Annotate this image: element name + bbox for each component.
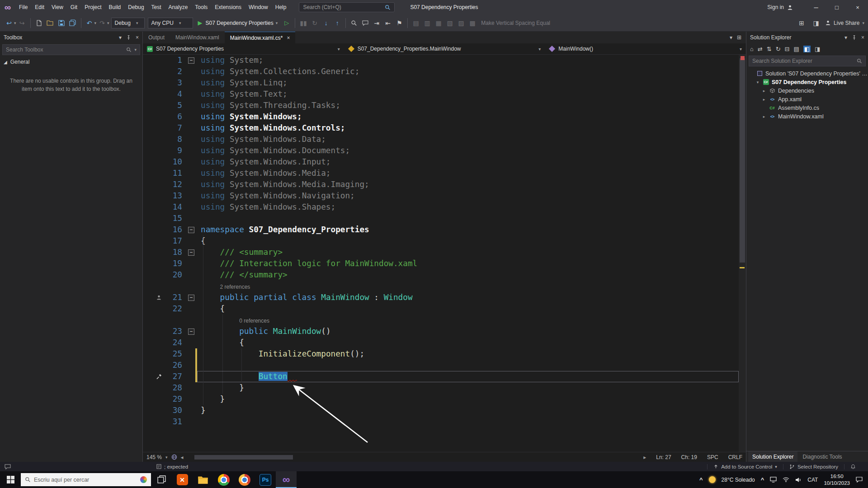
menu-git[interactable]: Git	[67, 0, 81, 14]
code-text[interactable]: using System.Linq;	[197, 77, 739, 89]
glyph-margin[interactable]	[143, 179, 164, 190]
toolbox-section-general[interactable]: ◢ General	[0, 57, 142, 67]
glyph-margin[interactable]	[143, 247, 164, 258]
code-line[interactable]: 5using System.Threading.Tasks;	[143, 100, 739, 111]
code-text[interactable]: {	[197, 235, 739, 247]
code-text[interactable]: using System.Windows.Documents;	[197, 145, 739, 156]
code-text[interactable]: InitializeComponent();	[197, 348, 739, 360]
code-text[interactable]: public partial class MainWindow : Window	[197, 292, 739, 303]
code-text[interactable]: using System.Windows.Input;	[197, 156, 739, 168]
fold-gutter[interactable]	[185, 190, 197, 202]
fold-gutter[interactable]	[185, 122, 197, 134]
zoom-caret-icon[interactable]: ▾	[165, 455, 168, 460]
editor-layout-icon[interactable]: ⊞	[796, 17, 807, 29]
show-all-files-icon[interactable]: ▤	[793, 46, 799, 52]
fold-gutter[interactable]	[185, 111, 197, 122]
fold-collapse-icon[interactable]: −	[188, 328, 194, 335]
start-without-debugging-icon[interactable]: ▷	[281, 17, 292, 29]
code-line[interactable]: 17{	[143, 235, 739, 247]
code-text[interactable]: /// <summary>	[197, 247, 739, 258]
glyph-margin[interactable]	[143, 190, 164, 202]
tree-item-app-xaml[interactable]: ▸<>App.xaml	[746, 95, 868, 103]
close-panel-icon[interactable]: ×	[861, 34, 864, 41]
code-text[interactable]: using System.Collections.Generic;	[197, 66, 739, 77]
task-view-button[interactable]	[151, 471, 172, 488]
glyph-margin[interactable]	[143, 156, 164, 168]
code-line[interactable]: 10using System.Windows.Input;	[143, 156, 739, 168]
codelens-author-icon[interactable]	[143, 292, 164, 303]
code-text[interactable]: namespace S07_Dependency_Properties	[197, 224, 739, 235]
code-text[interactable]: /// Interaction logic for MainWindow.xam…	[197, 258, 739, 269]
new-file-icon[interactable]	[33, 17, 44, 29]
toolbox-search-box[interactable]: Search Toolbox ▾	[2, 44, 140, 55]
visual-studio-taskbar-icon[interactable]: ∞	[276, 471, 297, 488]
code-text[interactable]: using System.Windows.Navigation;	[197, 190, 739, 202]
code-lines[interactable]: 1−using System;2using System.Collections…	[143, 55, 739, 452]
search-icon[interactable]	[126, 47, 132, 52]
fold-collapse-icon[interactable]: −	[188, 57, 194, 64]
code-text[interactable]: /// </summary>	[197, 269, 739, 281]
error-message[interactable]: ; expected	[156, 464, 188, 469]
refresh-icon[interactable]: ↻	[776, 46, 781, 52]
glyph-margin[interactable]	[143, 337, 164, 348]
menu-project[interactable]: Project	[81, 0, 105, 14]
navigate-back-caret-icon[interactable]: ▾	[14, 21, 16, 25]
glyph-margin[interactable]	[143, 100, 164, 111]
breadcrumb-type-dropdown[interactable]: S07_Dependency_Properties.MainWindow ▾	[344, 43, 545, 54]
code-line[interactable]: 25 InitializeComponent();	[143, 348, 739, 360]
redo-icon[interactable]: ↷	[97, 17, 108, 29]
search-icon[interactable]	[857, 58, 862, 64]
chrome-icon[interactable]	[213, 471, 234, 488]
glyph-margin[interactable]	[143, 213, 164, 224]
close-button[interactable]: ×	[847, 0, 868, 14]
codelens-row[interactable]: 2 references	[143, 281, 739, 292]
fold-gutter[interactable]	[185, 179, 197, 190]
code-text[interactable]	[197, 360, 739, 371]
fold-gutter[interactable]	[185, 202, 197, 213]
fold-collapse-icon[interactable]: −	[188, 295, 194, 301]
vertical-scrollbar-thumb[interactable]	[740, 58, 745, 263]
break-all-icon[interactable]: ▮▮	[298, 17, 309, 29]
menu-help[interactable]: Help	[272, 0, 290, 14]
fold-gutter[interactable]	[185, 100, 197, 111]
glyph-margin[interactable]	[143, 122, 164, 134]
code-text[interactable]: {	[197, 303, 739, 314]
code-text[interactable]: using System.Windows.Media;	[197, 168, 739, 179]
codelens-text[interactable]: 0 references	[197, 314, 739, 326]
align-centers-icon[interactable]: ▥	[422, 17, 433, 29]
menu-extensions[interactable]: Extensions	[211, 0, 245, 14]
fold-gutter[interactable]	[185, 394, 197, 405]
fold-gutter[interactable]	[185, 416, 197, 427]
fold-gutter[interactable]	[185, 314, 197, 326]
make-same-height-icon[interactable]: ▨	[456, 17, 467, 29]
panel-menu-caret-icon[interactable]: ▾	[119, 34, 122, 41]
close-panel-icon[interactable]: ×	[136, 34, 139, 41]
code-line[interactable]: 23− public MainWindow()	[143, 326, 739, 337]
fold-gutter[interactable]	[185, 405, 197, 416]
code-line[interactable]: 14using System.Windows.Shapes;	[143, 202, 739, 213]
volume-icon[interactable]	[795, 477, 802, 483]
live-share-button[interactable]: Live Share	[825, 20, 859, 26]
start-debugging-button[interactable]: ▶ S07 Dependency Properties ▾	[195, 17, 281, 29]
comment-icon[interactable]	[360, 17, 371, 29]
code-line[interactable]: 13using System.Windows.Navigation;	[143, 190, 739, 202]
tree-item-solution-s07-dependency-properties-1-of-1-project[interactable]: Solution 'S07 Dependency Properties' (1 …	[746, 69, 868, 78]
code-line[interactable]: 28 }	[143, 382, 739, 394]
fold-gutter[interactable]	[185, 77, 197, 89]
zoom-level[interactable]: 145 %	[146, 454, 162, 460]
glyph-margin[interactable]	[143, 303, 164, 314]
breadcrumb-member-dropdown[interactable]: MainWindow() ▾	[545, 43, 746, 54]
code-line[interactable]: 19 /// Interaction logic for MainWindow.…	[143, 258, 739, 269]
menu-edit[interactable]: Edit	[31, 0, 48, 14]
chevron-expanded-icon[interactable]: ▾	[755, 80, 760, 84]
code-text[interactable]: using System.Windows.Data;	[197, 134, 739, 145]
glyph-margin[interactable]	[143, 134, 164, 145]
fold-gutter[interactable]	[185, 235, 197, 247]
menu-tools[interactable]: Tools	[191, 0, 211, 14]
home-icon[interactable]: ⌂	[750, 46, 754, 52]
fold-gutter[interactable]	[185, 168, 197, 179]
panel-menu-caret-icon[interactable]: ▾	[844, 34, 847, 41]
sync-with-active-document-icon[interactable]: ◧	[803, 46, 811, 52]
fold-gutter[interactable]	[185, 156, 197, 168]
chevron-collapsed-icon[interactable]: ▸	[762, 89, 766, 93]
